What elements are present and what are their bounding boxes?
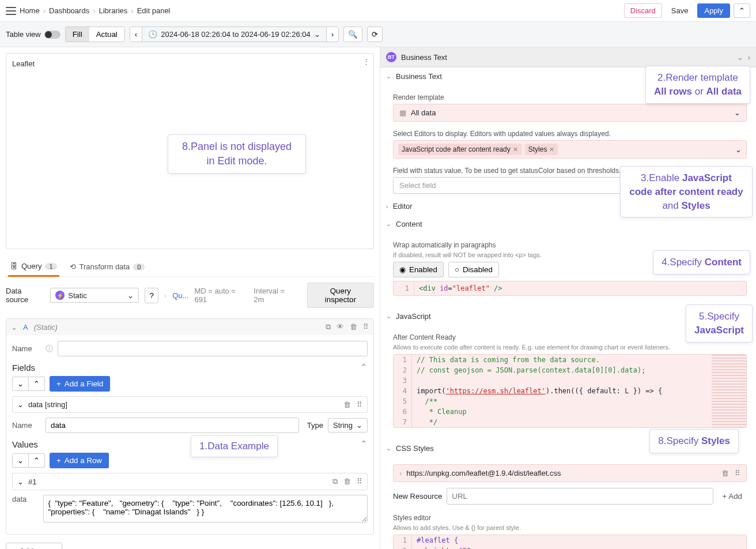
datasource-row: Data source ⚡ Static ⌄ ? › Qu... MD = au… bbox=[6, 277, 374, 314]
queries-link[interactable]: Qu... bbox=[172, 291, 188, 300]
table-view-toggle[interactable]: Table view bbox=[6, 30, 61, 39]
chevron-right-icon[interactable]: › bbox=[399, 469, 402, 477]
business-text-body: 2.Render template All rows or All data R… bbox=[380, 85, 756, 197]
field-name-display: data [string] bbox=[28, 400, 67, 409]
collapse-all[interactable]: ⌄ bbox=[12, 377, 29, 391]
row-data-textarea[interactable]: { "type": "Feature", "geometry": { "type… bbox=[43, 495, 368, 522]
time-range-display[interactable]: 🕒 2024-06-18 02:26:04 to 2024-06-19 02:2… bbox=[142, 27, 327, 42]
chevron-right-icon[interactable]: › bbox=[748, 53, 750, 62]
section-css-styles[interactable]: ⌄ CSS Styles 8.Specify Styles bbox=[380, 439, 756, 457]
callout-text: 3.Enable bbox=[641, 172, 682, 183]
refresh-button[interactable]: ⟳ bbox=[367, 27, 383, 42]
query-count-badge: 1 bbox=[45, 263, 56, 270]
new-resource-input[interactable] bbox=[447, 488, 713, 505]
add-query-label: Add query bbox=[20, 547, 55, 549]
tab-transform-label: Transform data bbox=[80, 262, 130, 271]
discard-button[interactable]: Discard bbox=[624, 3, 662, 18]
minimap[interactable] bbox=[712, 355, 746, 427]
tab-query-label: Query bbox=[21, 262, 41, 270]
main-area: Leaflet ⋮ 8.Panel is not displayed in Ed… bbox=[0, 47, 756, 549]
switch-icon[interactable] bbox=[44, 31, 61, 39]
time-back-button[interactable]: ‹ bbox=[130, 27, 142, 42]
css-code-editor[interactable]: 1#leaflet { 2 height: 480px; 3 display: … bbox=[393, 535, 747, 549]
chevron-down-icon: ⌄ bbox=[735, 145, 742, 154]
save-button[interactable]: Save bbox=[666, 4, 694, 17]
callout-strong: Content bbox=[705, 257, 742, 268]
crumb-home[interactable]: Home bbox=[20, 6, 40, 15]
drag-icon[interactable]: ⠿ bbox=[735, 469, 740, 477]
enabled-button[interactable]: ◉Enabled bbox=[393, 262, 444, 277]
content-code-editor[interactable]: 1 <div id="leaflet" /> bbox=[393, 281, 747, 296]
time-forward-button[interactable]: › bbox=[327, 27, 338, 42]
styles-editor-label: Styles editor bbox=[393, 514, 747, 522]
eye-icon[interactable]: 👁 bbox=[337, 322, 344, 332]
expand-all[interactable]: ⌃ bbox=[29, 453, 45, 468]
chevron-down-icon[interactable]: ⌄ bbox=[11, 323, 17, 332]
add-row-button[interactable]: +Add a Row bbox=[50, 453, 109, 468]
field-data-row: ⌄ data [string] 🗑 ⠿ bbox=[12, 396, 368, 413]
panel-type-header: BT Business Text ⌄ › bbox=[380, 47, 756, 67]
collapse-caret-icon[interactable]: ⌃ bbox=[360, 362, 368, 373]
trash-icon[interactable]: 🗑 bbox=[350, 322, 357, 332]
crumb-libraries[interactable]: Libraries bbox=[99, 6, 127, 15]
drag-icon[interactable]: ⠿ bbox=[357, 477, 362, 486]
fields-title: Fields bbox=[12, 363, 35, 373]
drag-icon[interactable]: ⠿ bbox=[357, 400, 362, 409]
line-number: 1 bbox=[394, 281, 414, 295]
interval-info: Interval = 2m bbox=[254, 287, 295, 304]
expand-all[interactable]: ⌃ bbox=[29, 377, 45, 391]
select-field-placeholder: Select field bbox=[399, 181, 436, 190]
time-picker: ‹ 🕒 2024-06-18 02:26:04 to 2024-06-19 02… bbox=[130, 27, 339, 42]
fill-button[interactable]: Fill bbox=[66, 27, 89, 42]
tab-transform[interactable]: ⟲ Transform data 0 bbox=[67, 258, 148, 276]
add-field-button[interactable]: +Add a Field bbox=[50, 376, 110, 392]
disabled-button[interactable]: ○Disabled bbox=[448, 262, 499, 277]
render-template-select[interactable]: ▦ All data ⌄ bbox=[393, 104, 747, 122]
query-a-block: ⌄ A (Static) ⧉ 👁 🗑 ⠿ Name ⓘ bbox=[6, 318, 374, 535]
collapse-caret-icon[interactable]: ⌃ bbox=[360, 439, 368, 449]
type-select[interactable]: String ⌄ bbox=[328, 418, 368, 433]
datasource-select[interactable]: ⚡ Static ⌄ bbox=[50, 288, 139, 303]
trash-icon[interactable]: 🗑 bbox=[343, 400, 351, 409]
trash-icon[interactable]: 🗑 bbox=[721, 469, 729, 477]
chevron-down-icon[interactable]: ⌄ bbox=[737, 53, 743, 62]
editors-select[interactable]: JavaScript code after content ready ✕ St… bbox=[393, 140, 747, 159]
tab-query[interactable]: 🗄 Query 1 bbox=[8, 257, 59, 277]
remove-chip-icon[interactable]: ✕ bbox=[513, 146, 518, 153]
query-inspector-button[interactable]: Query inspector bbox=[307, 283, 374, 308]
js-code-editor[interactable]: 1// This data is coming from the data so… bbox=[393, 354, 747, 428]
field-name-input[interactable] bbox=[46, 418, 299, 433]
copy-icon[interactable]: ⧉ bbox=[326, 322, 331, 332]
chevron-down-icon[interactable]: ⌄ bbox=[17, 477, 24, 486]
query-name-input[interactable] bbox=[58, 341, 368, 356]
field-order-buttons: ⌄ ⌃ bbox=[12, 377, 45, 391]
hamburger-icon[interactable] bbox=[6, 7, 16, 15]
apply-button[interactable]: Apply bbox=[697, 3, 730, 18]
add-query-button[interactable]: + Add query bbox=[6, 543, 62, 549]
add-resource-button[interactable]: + Add bbox=[718, 490, 747, 503]
business-text-icon: BT bbox=[386, 52, 396, 62]
chip-js-after-ready: JavaScript code after content ready ✕ bbox=[398, 144, 521, 155]
crumb-edit-panel[interactable]: Edit panel bbox=[137, 6, 171, 15]
md-info: MD = auto = 691 bbox=[194, 287, 248, 304]
zoom-out-button[interactable]: 🔍 bbox=[343, 27, 362, 42]
collapse-all[interactable]: ⌄ bbox=[12, 453, 29, 468]
actual-button[interactable]: Actual bbox=[89, 27, 124, 42]
crumb-dashboards[interactable]: Dashboards bbox=[49, 6, 89, 15]
datasource-help-button[interactable]: ? bbox=[145, 288, 158, 303]
top-header: Home › Dashboards › Libraries › Edit pan… bbox=[0, 0, 756, 21]
expand-caret-button[interactable]: ⌃ bbox=[734, 3, 750, 18]
copy-icon[interactable]: ⧉ bbox=[332, 477, 338, 486]
query-letter[interactable]: A bbox=[23, 323, 28, 332]
info-icon[interactable]: ⓘ bbox=[46, 344, 53, 354]
remove-chip-icon[interactable]: ✕ bbox=[549, 146, 554, 153]
transform-count-badge: 0 bbox=[133, 264, 145, 270]
panel-menu-icon[interactable]: ⋮ bbox=[362, 57, 370, 66]
chevron-down-icon[interactable]: ⌄ bbox=[17, 400, 24, 409]
trash-icon[interactable]: 🗑 bbox=[343, 477, 351, 486]
bottom-tabs: 🗄 Query 1 ⟲ Transform data 0 bbox=[6, 257, 374, 277]
wrap-label: Wrap automatically in paragraphs bbox=[393, 241, 747, 249]
drag-icon[interactable]: ⠿ bbox=[363, 322, 369, 332]
enabled-label: Enabled bbox=[409, 265, 437, 274]
section-content[interactable]: ⌄ Content bbox=[380, 215, 756, 233]
